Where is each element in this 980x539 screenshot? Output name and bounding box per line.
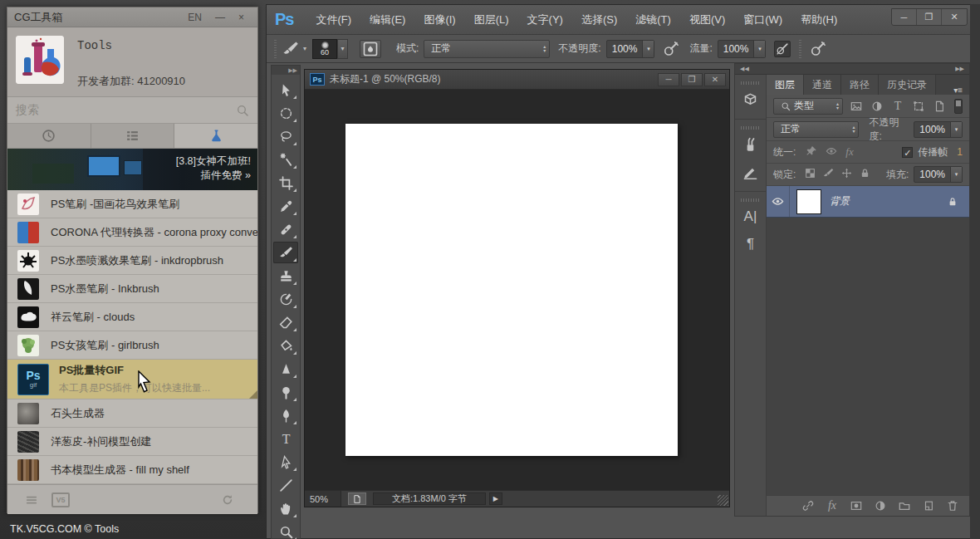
- properties-3d-icon[interactable]: [741, 90, 761, 110]
- list-item[interactable]: PS水墨笔刷 - Inkbrush: [7, 275, 257, 303]
- paragraph-panel-icon[interactable]: ¶: [741, 234, 761, 254]
- list-item[interactable]: 祥云笔刷 - clouds: [7, 303, 257, 331]
- strip-grip[interactable]: [741, 198, 761, 202]
- menu-item[interactable]: 图层(L): [465, 13, 518, 26]
- layer-thumbnail[interactable]: [796, 189, 821, 214]
- fill-dropdown[interactable]: 100% ▾: [914, 166, 963, 183]
- opacity-dropdown[interactable]: 100% ▾: [606, 40, 655, 58]
- menu-item[interactable]: 图像(I): [414, 13, 464, 26]
- lock-pixels-icon[interactable]: [823, 168, 837, 181]
- lock-all-icon[interactable]: [860, 168, 874, 181]
- search-box[interactable]: 搜索: [7, 97, 257, 124]
- panel-tab-路径[interactable]: 路径: [841, 75, 879, 95]
- language-button[interactable]: EN: [181, 12, 208, 23]
- canvas[interactable]: [345, 124, 678, 456]
- cg-tab-recent[interactable]: [7, 124, 91, 148]
- unify-style-icon[interactable]: fx: [845, 145, 860, 159]
- unify-position-icon[interactable]: [806, 145, 821, 159]
- filter-pixel-icon[interactable]: [849, 100, 864, 113]
- fill-arrow-icon[interactable]: ▾: [950, 167, 962, 182]
- menu-item[interactable]: 文件(F): [306, 13, 360, 26]
- blend-mode-dropdown[interactable]: 正常 ▴▾: [424, 40, 550, 58]
- close-button[interactable]: ×: [232, 12, 251, 23]
- opacity-arrow-icon[interactable]: ▾: [642, 41, 654, 57]
- line-tool[interactable]: [273, 474, 298, 496]
- collapse-right-icon[interactable]: ▶▶: [955, 64, 964, 74]
- search-input[interactable]: 搜索: [16, 103, 236, 118]
- flow-arrow-icon[interactable]: ▾: [753, 41, 765, 57]
- path-select-tool[interactable]: [273, 451, 298, 473]
- brush-tool-icon[interactable]: [282, 41, 299, 57]
- collapse-left-icon[interactable]: ◀◀: [740, 64, 749, 74]
- list-item[interactable]: CORONA 代理转换器 - corona proxy conver: [7, 218, 257, 247]
- brush-settings-icon[interactable]: [741, 162, 761, 182]
- type-tool[interactable]: T: [273, 428, 298, 449]
- layer-visibility-icon[interactable]: [767, 186, 790, 217]
- panel-menu-icon[interactable]: ▾≡: [953, 82, 969, 95]
- status-menu-arrow-icon[interactable]: ▶: [489, 492, 502, 505]
- sharpen-tool[interactable]: [273, 358, 298, 380]
- maximize-button[interactable]: ❐: [917, 9, 942, 25]
- menu-item[interactable]: 帮助(H): [791, 13, 846, 26]
- list-item[interactable]: PS女孩笔刷 - girlbrush: [7, 331, 257, 360]
- panel-tab-通道[interactable]: 通道: [804, 75, 841, 95]
- lock-position-icon[interactable]: [841, 168, 855, 181]
- move-tool[interactable]: [273, 79, 298, 100]
- new-layer-icon[interactable]: [920, 499, 937, 512]
- menu-item[interactable]: 窗口(W): [734, 13, 791, 26]
- clone-stamp-tool[interactable]: [273, 265, 298, 287]
- layer-style-icon[interactable]: fx: [824, 499, 840, 512]
- new-group-icon[interactable]: [896, 499, 913, 512]
- filter-type-icon[interactable]: T: [890, 100, 905, 113]
- delete-layer-icon[interactable]: [944, 499, 961, 512]
- brush-picker-arrow[interactable]: ▾: [337, 39, 348, 59]
- promo-banner[interactable]: [3.8]女神不加班! 插件免费 »: [7, 149, 257, 190]
- minimize-button[interactable]: ─: [892, 9, 917, 25]
- menu-item[interactable]: 编辑(E): [360, 13, 414, 26]
- airbrush-toggle-icon[interactable]: [774, 41, 791, 57]
- menu-item[interactable]: 滤镜(T): [626, 13, 680, 26]
- filter-adjustment-icon[interactable]: [870, 100, 884, 113]
- cg-tab-catalog[interactable]: [91, 124, 175, 148]
- zoom-tool[interactable]: [273, 521, 298, 539]
- filter-toggle-switch[interactable]: [954, 99, 963, 114]
- list-item[interactable]: 石头生成器: [7, 399, 257, 428]
- close-button[interactable]: ✕: [942, 9, 967, 25]
- list-item[interactable]: 洋葱皮-补间模型创建: [7, 428, 257, 456]
- paint-bucket-tool[interactable]: [273, 335, 298, 356]
- character-panel-icon[interactable]: A|: [741, 207, 761, 227]
- panel-tab-图层[interactable]: 图层: [767, 75, 804, 95]
- window-resize-grip[interactable]: [718, 495, 728, 506]
- minimize-button[interactable]: —: [208, 12, 232, 23]
- filter-shape-icon[interactable]: [911, 100, 926, 113]
- crop-tool[interactable]: [273, 172, 298, 194]
- tablet-size-icon[interactable]: [810, 41, 826, 57]
- layer-blend-dropdown[interactable]: 正常 ▴▾: [773, 121, 859, 138]
- unify-visibility-icon[interactable]: [826, 145, 840, 159]
- zoom-level-field[interactable]: 50%: [305, 491, 341, 507]
- eyedropper-tool[interactable]: [273, 195, 298, 217]
- eraser-tool[interactable]: [273, 311, 298, 333]
- brush-preset-picker[interactable]: 60: [312, 39, 337, 59]
- options-grip[interactable]: [274, 40, 277, 58]
- layer-filter-dropdown[interactable]: 类型 ▴▾: [773, 98, 843, 115]
- menu-icon[interactable]: [23, 492, 40, 508]
- marquee-tool[interactable]: [273, 102, 298, 124]
- panel-tab-历史记录[interactable]: 历史记录: [879, 75, 936, 95]
- menu-item[interactable]: 文字(Y): [518, 13, 572, 26]
- propagate-frames-checkbox[interactable]: ✓: [902, 147, 913, 158]
- strip-grip[interactable]: [741, 126, 761, 130]
- list-item[interactable]: PS笔刷 -国画花鸟效果笔刷: [7, 190, 257, 218]
- brush-presets-icon[interactable]: [741, 135, 761, 154]
- layer-mask-icon[interactable]: [848, 499, 865, 512]
- tools-collapse-bar[interactable]: ▶▶: [272, 66, 300, 75]
- layer-row-background[interactable]: 背景: [767, 186, 969, 218]
- history-brush-tool[interactable]: [273, 288, 298, 310]
- document-titlebar[interactable]: Ps 未标题-1 @ 50%(RGB/8) ─ ❐ ✕: [305, 70, 729, 90]
- filter-smart-icon[interactable]: [932, 100, 947, 113]
- tool-preset-arrow-icon[interactable]: ▾: [303, 45, 306, 52]
- dock-collapse-bar[interactable]: ◀◀ ▶▶: [735, 64, 969, 75]
- dodge-tool[interactable]: [273, 381, 298, 403]
- pen-tool[interactable]: [273, 404, 298, 426]
- layer-opacity-arrow-icon[interactable]: ▾: [950, 122, 962, 137]
